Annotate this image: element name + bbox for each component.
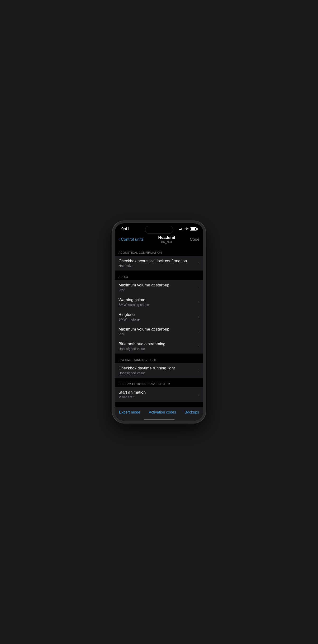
section-header-display: DISPLAY OPTIONS IDRIVE SYSTEM — [115, 378, 203, 387]
list-item-title: Bluetooth audio streaming — [118, 342, 196, 346]
signal-bars-icon — [179, 228, 183, 230]
signal-bar-1 — [179, 229, 180, 230]
nav-title: Headunit — [158, 235, 175, 240]
back-chevron-icon: ‹ — [118, 237, 120, 242]
wifi-icon — [185, 227, 189, 231]
list-item-content: Bluetooth audio streaming Unassigned val… — [118, 342, 196, 351]
list-item-title: Maximum volume at start-up — [118, 283, 196, 288]
section-display-options: DISPLAY OPTIONS IDRIVE SYSTEM Start anim… — [115, 378, 203, 402]
list-item-warning-chime[interactable]: Warning chime BMW warning chime › — [115, 295, 203, 310]
code-button[interactable]: Code — [190, 237, 200, 242]
list-item-daytime-running[interactable]: Checkbox daytime running light Unassigne… — [115, 363, 203, 378]
list-item-title: Checkbox daytime running light — [118, 366, 196, 370]
list-item-subtitle: Not active — [118, 264, 196, 268]
list-item-content: Warning chime BMW warning chime — [118, 298, 196, 306]
list-item-content: Start animation M variant 1 — [118, 390, 196, 399]
list-item-content: Maximum volume at start-up 25% — [118, 327, 196, 336]
list-item-max-volume-1[interactable]: Maximum volume at start-up 25% › — [115, 280, 203, 295]
phone-screen: 9:41 — [115, 223, 203, 421]
chevron-right-icon: › — [198, 285, 200, 290]
list-item-subtitle: M variant 1 — [118, 395, 196, 399]
tab-expert-mode[interactable]: Expert mode — [119, 410, 140, 414]
back-label: Control units — [121, 237, 143, 242]
list-item-start-animation[interactable]: Start animation M variant 1 › — [115, 387, 203, 402]
chevron-right-icon: › — [198, 261, 200, 265]
navigation-bar: ‹ Control units Headunit HU_NBT Code — [115, 233, 203, 246]
list-item-acoustical-lock[interactable]: Checkbox acoustical lock confirmation No… — [115, 256, 203, 270]
status-icons — [179, 227, 197, 231]
phone-frame: 9:41 — [112, 221, 206, 423]
section-list-daytime: Checkbox daytime running light Unassigne… — [115, 363, 203, 378]
section-header-acoustical: ACOUSTICAL CONFIRMATION — [115, 246, 203, 256]
signal-bar-3 — [182, 228, 182, 230]
list-item-title: Ringtone — [118, 312, 196, 317]
section-list-display: Start animation M variant 1 › — [115, 387, 203, 402]
tab-activation-codes[interactable]: Activation codes — [149, 410, 176, 414]
chevron-right-icon: › — [198, 329, 200, 334]
list-item-subtitle: BMW ringtone — [118, 318, 196, 321]
list-item-bluetooth-audio[interactable]: Bluetooth audio streaming Unassigned val… — [115, 339, 203, 354]
chevron-right-icon: › — [198, 368, 200, 372]
list-item-subtitle: 25% — [118, 332, 196, 336]
tab-backups[interactable]: Backups — [185, 410, 199, 414]
list-item-content: Maximum volume at start-up 25% — [118, 283, 196, 292]
nav-subtitle: HU_NBT — [158, 240, 175, 244]
section-header-audio: AUDIO — [115, 270, 203, 280]
signal-bar-4 — [183, 228, 183, 230]
signal-bar-2 — [180, 229, 181, 230]
list-item-title: Checkbox acoustical lock confirmation — [118, 259, 196, 264]
dynamic-island — [145, 226, 173, 234]
list-item-content: Ringtone BMW ringtone — [118, 312, 196, 321]
list-item-title: Maximum volume at start-up — [118, 327, 196, 332]
list-item-subtitle: 25% — [118, 288, 196, 292]
list-item-subtitle: BMW warning chime — [118, 303, 196, 306]
chevron-right-icon: › — [198, 315, 200, 319]
list-item-content: Checkbox daytime running light Unassigne… — [118, 366, 196, 375]
chevron-right-icon: › — [198, 344, 200, 348]
section-audio: AUDIO Maximum volume at start-up 25% › W… — [115, 270, 203, 354]
home-indicator-area — [115, 419, 203, 421]
list-item-max-volume-2[interactable]: Maximum volume at start-up 25% › — [115, 324, 203, 339]
back-button[interactable]: ‹ Control units — [118, 237, 143, 242]
battery-icon — [190, 228, 197, 231]
tab-bar: Expert mode Activation codes Backups — [115, 407, 203, 419]
battery-fill — [191, 228, 196, 230]
chevron-right-icon: › — [198, 300, 200, 304]
home-indicator-bar — [144, 419, 175, 420]
list-item-subtitle: Unassigned value — [118, 371, 196, 375]
list-item-ringtone[interactable]: Ringtone BMW ringtone › — [115, 310, 203, 324]
section-daytime-running-light: DAYTIME RUNNING LIGHT Checkbox daytime r… — [115, 354, 203, 378]
section-acoustical-confirmation: ACOUSTICAL CONFIRMATION Checkbox acousti… — [115, 246, 203, 270]
section-list-audio: Maximum volume at start-up 25% › Warning… — [115, 280, 203, 354]
nav-title-block: Headunit HU_NBT — [158, 235, 175, 244]
status-time: 9:41 — [121, 227, 129, 232]
list-item-title: Warning chime — [118, 298, 196, 302]
list-item-subtitle: Unassigned value — [118, 347, 196, 351]
chevron-right-icon: › — [198, 392, 200, 397]
list-item-content: Checkbox acoustical lock confirmation No… — [118, 259, 196, 268]
section-header-daytime: DAYTIME RUNNING LIGHT — [115, 354, 203, 363]
content-area: ACOUSTICAL CONFIRMATION Checkbox acousti… — [115, 246, 203, 407]
section-list-acoustical: Checkbox acoustical lock confirmation No… — [115, 256, 203, 270]
list-item-title: Start animation — [118, 390, 196, 395]
